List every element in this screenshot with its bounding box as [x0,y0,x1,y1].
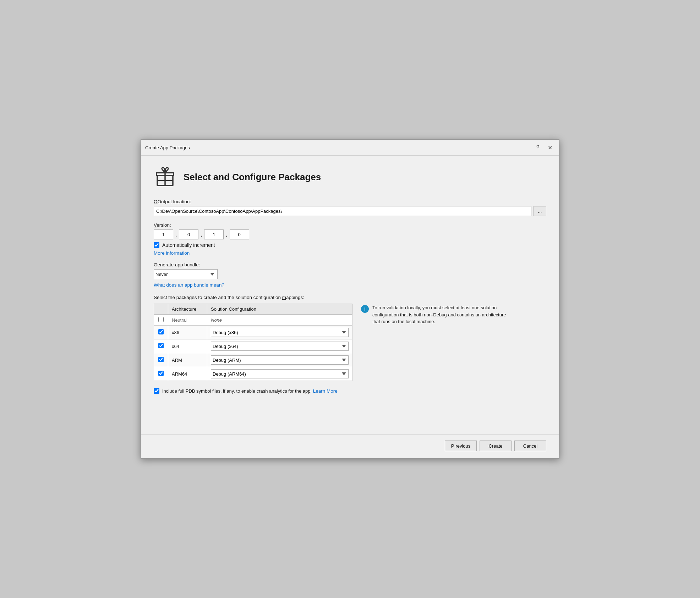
output-location-label: OOutput location: [154,199,546,204]
output-location-section: OOutput location: ... [154,199,546,216]
checkbox-x86[interactable] [158,329,164,334]
version-row: . . . [154,229,546,239]
header-section: Select and Configure Packages [154,166,546,188]
more-information-link[interactable]: More information [154,250,190,256]
close-button[interactable]: ✕ [545,143,555,153]
pdb-label: Include full PDB symbol files, if any, t… [162,388,338,394]
row-check-arm [154,353,168,367]
row-arch-x86: x86 [168,326,207,339]
bundle-label: Generate app bundle: [154,262,546,267]
packages-section: Select the packages to create and the so… [154,295,546,381]
checkbox-arm[interactable] [158,357,164,362]
row-arch-x64: x64 [168,339,207,353]
version-label: Version: [154,222,546,228]
row-config-arm: Debug (ARM) Release (ARM) [207,353,352,367]
version-section: Version: . . . Automatically increment M… [154,222,546,256]
table-row: ARM64 Debug (ARM64) Release (ARM64) [154,367,352,381]
auto-increment-checkbox[interactable] [154,242,159,248]
checkbox-x64[interactable] [158,343,164,348]
footer: Previous Create Cancel [141,434,559,458]
config-select-arm64[interactable]: Debug (ARM64) Release (ARM64) [211,369,349,378]
packages-table: Architecture Solution Configuration Neut… [154,304,352,381]
row-arch-neutral: Neutral [168,315,207,326]
checkbox-arm64[interactable] [158,371,164,376]
bundle-section: Generate app bundle: Never Always If nee… [154,262,546,288]
row-check-neutral [154,315,168,326]
col-header-config: Solution Configuration [207,304,352,315]
row-config-x86: Debug (x86) Release (x86) [207,326,352,339]
browse-button[interactable]: ... [534,206,546,216]
version-dot-2: . [201,232,202,238]
learn-more-link[interactable]: Learn More [313,388,338,394]
row-config-x64: Debug (x64) Release (x64) [207,339,352,353]
info-icon: i [361,305,369,313]
row-check-x86 [154,326,168,339]
auto-increment-row: Automatically increment [154,242,546,248]
version-dot-3: . [226,232,227,238]
title-bar: Create App Packages ? ✕ [141,140,559,156]
row-config-arm64: Debug (ARM64) Release (ARM64) [207,367,352,381]
row-config-neutral: None [207,315,352,326]
version-minor[interactable] [179,229,198,239]
packages-section-label: Select the packages to create and the so… [154,295,546,300]
page-title: Select and Configure Packages [184,172,321,183]
config-select-x86[interactable]: Debug (x86) Release (x86) [211,328,349,337]
config-select-x64[interactable]: Debug (x64) Release (x64) [211,342,349,351]
version-dot-1: . [175,232,177,238]
row-check-arm64 [154,367,168,381]
info-text: To run validation locally, you must sele… [372,304,510,325]
row-check-x64 [154,339,168,353]
dialog-title: Create App Packages [145,145,190,150]
cancel-button[interactable]: Cancel [514,441,546,451]
table-info-row: Architecture Solution Configuration Neut… [154,304,546,381]
table-row: x86 Debug (x86) Release (x86) [154,326,352,339]
title-bar-controls: ? ✕ [533,143,555,153]
row-arch-arm: ARM [168,353,207,367]
bundle-select[interactable]: Never Always If needed [154,269,218,279]
row-arch-arm64: ARM64 [168,367,207,381]
col-header-check [154,304,168,315]
output-location-row: ... [154,206,546,216]
output-location-input[interactable] [154,206,531,216]
table-row: Neutral None [154,315,352,326]
table-row: x64 Debug (x64) Release (x64) [154,339,352,353]
main-content: Select and Configure Packages OOutput lo… [141,156,559,434]
checkbox-neutral[interactable] [158,317,164,322]
create-app-packages-dialog: Create App Packages ? ✕ Select and Confi… [141,139,559,459]
version-build[interactable] [230,229,249,239]
previous-button[interactable]: Previous [445,441,477,451]
version-patch[interactable] [204,229,224,239]
info-box: i To run validation locally, you must se… [361,304,510,325]
create-button[interactable]: Create [480,441,512,451]
config-select-arm[interactable]: Debug (ARM) Release (ARM) [211,355,349,365]
pdb-row: Include full PDB symbol files, if any, t… [154,388,546,394]
package-icon [154,166,176,188]
version-major[interactable] [154,229,173,239]
table-row: ARM Debug (ARM) Release (ARM) [154,353,352,367]
col-header-arch: Architecture [168,304,207,315]
help-button[interactable]: ? [533,143,543,153]
pdb-checkbox[interactable] [154,388,159,394]
auto-increment-label: Automatically increment [162,242,215,248]
app-bundle-info-link[interactable]: What does an app bundle mean? [154,282,224,288]
